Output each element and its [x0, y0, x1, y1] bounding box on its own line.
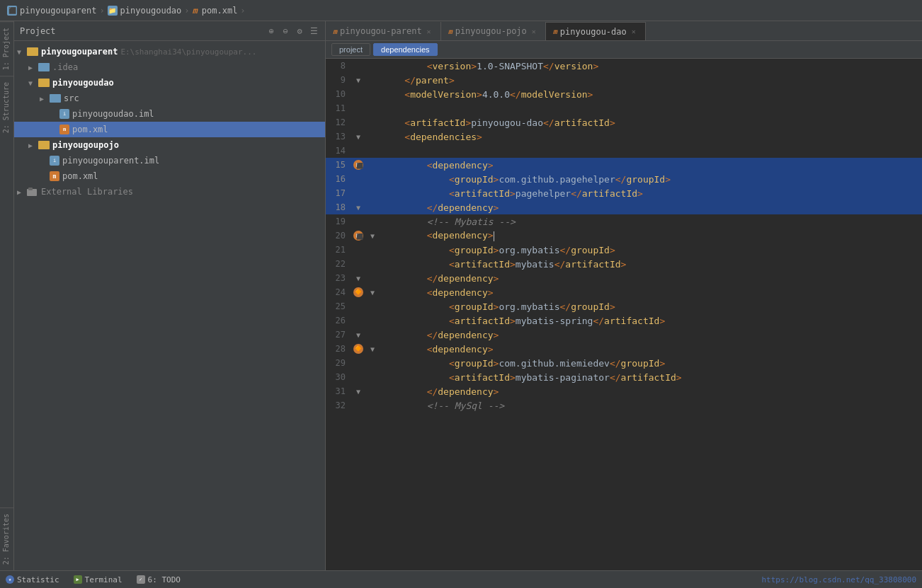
line-num-27: 27 [326, 330, 351, 340]
fold-icon-27[interactable]: ▼ [356, 331, 360, 339]
file-icon-pom-selected: m [59, 125, 69, 134]
tree-item-pom-selected[interactable]: m pom.xml [14, 122, 325, 137]
breadcrumb: ⬛ pinyougouparent › 📁 pinyougoudao › m p… [7, 6, 246, 16]
toolbar-project-btn[interactable]: project [331, 43, 370, 56]
code-content-26: <artifactId>mybatis-spring</artifactId> [380, 316, 922, 326]
fold-icon-18[interactable]: ▼ [356, 204, 360, 212]
tree-item-dao-iml[interactable]: i pinyougoudao.iml [14, 106, 325, 122]
line-num-22: 22 [326, 259, 351, 269]
line-gutter2-24: ▼ [365, 289, 380, 296]
status-url[interactable]: https://blog.csdn.net/qq_33808000 [761, 575, 916, 584]
tree-item-ext-lib[interactable]: ▶ External Libraries [14, 184, 325, 200]
line-gutter-15: ⬛ [351, 160, 365, 170]
tab-close-pojo[interactable]: ✕ [530, 27, 538, 35]
line-num-31: 31 [326, 386, 351, 396]
folder-icon-idea [38, 63, 50, 71]
panel-title: Project [20, 26, 261, 36]
toolbar-dependencies-btn[interactable]: dependencies [373, 43, 438, 56]
tree-label-pom-selected: pom.xml [72, 125, 108, 134]
status-todo[interactable]: ✓ 6: TODO [137, 575, 181, 584]
line-gutter-24: 🔶 [351, 287, 365, 297]
line-gutter2-28: ▼ [365, 345, 380, 353]
code-line-15: 15 ⬛ <dependency> [326, 158, 922, 172]
panel-icon-expand[interactable]: ⊕ [266, 25, 277, 37]
fold-icon2-20[interactable]: ▼ [370, 232, 375, 240]
fold-icon2-28[interactable]: ▼ [370, 345, 375, 353]
tree-item-pinyougoudao[interactable]: ▼ pinyougoudao [14, 75, 325, 91]
fold-icon-9[interactable]: ▼ [356, 76, 360, 84]
code-line-17: 17 <artifactId>pagehelper</artifactId> [326, 186, 922, 200]
line-num-32: 32 [326, 400, 351, 410]
code-content-20: <dependency> [380, 230, 922, 241]
code-line-8: 8 <version>1.0-SNAPSHOT</version> [326, 59, 922, 73]
code-editor[interactable]: 8 <version>1.0-SNAPSHOT</version> 9 ▼ </… [326, 59, 922, 570]
tab-close-dao[interactable]: ✕ [630, 28, 638, 36]
code-content-15: <dependency> [380, 160, 922, 171]
tab-icon-pojo: m [448, 28, 453, 35]
tree-item-pom-root[interactable]: m pom.xml [14, 168, 325, 184]
line-num-18: 18 [326, 202, 351, 212]
line-num-15: 15 [326, 160, 351, 170]
tab-pinyougou-dao[interactable]: m pinyougou-dao ✕ [546, 22, 646, 40]
code-line-28: 28 🔶 ▼ <dependency> [326, 342, 922, 356]
breadcrumb-root: pinyougouparent [20, 6, 96, 16]
code-content-18: </dependency> [380, 202, 922, 213]
fold-icon-13[interactable]: ▼ [356, 133, 360, 141]
code-line-20: 20 ⬛ ▼ <dependency> [326, 229, 922, 243]
fold-icon-23[interactable]: ▼ [356, 275, 360, 282]
tab-pinyougou-parent[interactable]: m pinyougou-parent ✕ [326, 22, 441, 40]
bean-icon-15: ⬛ [353, 160, 363, 170]
sidebar-item-structure[interactable]: 2: Structure [0, 76, 13, 139]
tree-item-src[interactable]: ▶ src [14, 91, 325, 106]
status-statistic[interactable]: ★ Statistic [6, 575, 59, 584]
svg-rect-1 [28, 188, 33, 190]
tab-close-parent[interactable]: ✕ [425, 27, 433, 35]
title-bar: ⬛ pinyougouparent › 📁 pinyougoudao › m p… [0, 0, 922, 21]
code-line-29: 29 <groupId>com.github.miemiedev</groupI… [326, 356, 922, 370]
code-line-12: 12 <artifactId>pinyougou-dao</artifactId… [326, 115, 922, 129]
bean-icon-24: 🔶 [353, 287, 363, 297]
panel-icon-settings[interactable]: ⚙ [294, 25, 305, 37]
code-content-21: <groupId>org.mybatis</groupId> [380, 245, 922, 255]
tree-item-parent-iml[interactable]: i pinyougouparent.iml [14, 153, 325, 168]
line-num-16: 16 [326, 174, 351, 184]
tree-item-idea[interactable]: ▶ .idea [14, 59, 325, 75]
file-icon-pom-root: m [50, 171, 59, 181]
code-content-13: <dependencies> [380, 132, 922, 142]
terminal-icon: ▶ [74, 575, 82, 584]
code-line-13: 13 ▼ <dependencies> [326, 129, 922, 144]
line-num-29: 29 [326, 358, 351, 368]
code-content-22: <artifactId>mybatis</artifactId> [380, 259, 922, 270]
tree-item-pinyougoupojo[interactable]: ▶ pinyougoupojo [14, 137, 325, 153]
fold-icon2-24[interactable]: ▼ [370, 289, 375, 296]
tree-item-root[interactable]: ▼ pinyougouparent E:\shanghai34\pinyougo… [14, 44, 325, 59]
line-gutter-23: ▼ [351, 275, 365, 282]
line-num-30: 30 [326, 372, 351, 382]
sidebar-item-project[interactable]: 1: Project [0, 21, 13, 76]
code-content-10: <modelVersion>4.0.0</modelVersion> [380, 89, 922, 100]
tab-pinyougou-pojo[interactable]: m pinyougou-pojo ✕ [441, 22, 546, 40]
status-terminal[interactable]: ▶ Terminal [74, 575, 123, 584]
tree-label-pinyougoudao: pinyougoudao [52, 78, 114, 88]
sidebar-item-favorites[interactable]: 2: Favorites [0, 507, 13, 570]
tab-icon-dao: m [553, 28, 557, 35]
line-gutter-9: ▼ [351, 76, 365, 84]
fold-icon-31[interactable]: ▼ [356, 388, 360, 396]
line-num-20: 20 [326, 231, 351, 241]
line-num-24: 24 [326, 287, 351, 297]
todo-icon: ✓ [137, 575, 145, 584]
panel-icon-layout[interactable]: ☰ [308, 25, 319, 37]
line-num-28: 28 [326, 344, 351, 354]
arrow-idea: ▶ [28, 64, 38, 71]
status-bar: ★ Statistic ▶ Terminal ✓ 6: TODO https:/… [0, 570, 922, 588]
code-line-9: 9 ▼ </parent> [326, 73, 922, 87]
folder-icon-pinyougoudao [38, 79, 50, 87]
tree-label-parent-iml: pinyougouparent.iml [62, 156, 159, 166]
editor-toolbar: project dependencies [326, 41, 922, 59]
tab-icon-parent: m [333, 28, 337, 35]
code-line-21: 21 <groupId>org.mybatis</groupId> [326, 243, 922, 257]
line-num-14: 14 [326, 146, 351, 156]
arrow-ext-lib: ▶ [17, 188, 27, 196]
line-num-12: 12 [326, 117, 351, 127]
panel-icon-collapse[interactable]: ⊖ [280, 25, 291, 37]
